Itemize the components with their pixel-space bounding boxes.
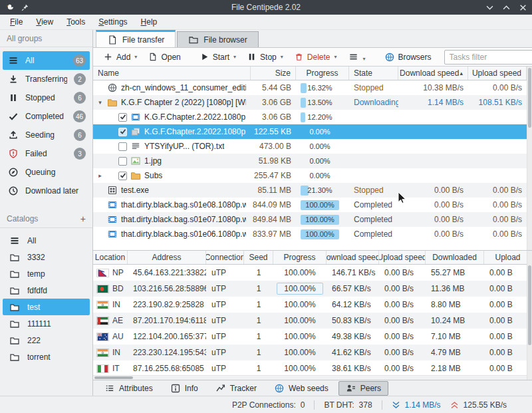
peers-horizontal-scrollbar[interactable] xyxy=(93,375,527,380)
file-name: K.G.F Chapter 2 (2022) [1080p] [WEBRip] … xyxy=(121,98,246,107)
peer-column-header-seed[interactable]: Seed xyxy=(244,251,273,264)
add-button[interactable]: Add▾ xyxy=(98,50,142,64)
peer-row[interactable]: NP45.64.163.221:33822uTP1100.00%146.71 K… xyxy=(93,265,532,281)
upload-speed-cell: 0.00 B/s xyxy=(468,183,527,198)
download-icon xyxy=(8,74,19,84)
menu-item-settings[interactable]: Settings xyxy=(92,15,133,29)
stop-button[interactable]: Stop▾ xyxy=(242,50,288,64)
transfer-row[interactable]: ▸Subs255.47 KB0.00% xyxy=(93,168,532,183)
peer-upload-speed-cell: 0.00 B/s xyxy=(379,360,426,376)
expander-icon[interactable]: ▸ xyxy=(96,172,104,179)
peer-column-header-address[interactable]: Address xyxy=(128,251,206,264)
peer-row[interactable]: IN223.190.82.9:25828uTP1100.00%64.12 KB/… xyxy=(93,297,532,313)
delete-button[interactable]: Delete▾ xyxy=(289,50,342,64)
peer-column-header-location[interactable]: Location xyxy=(93,251,128,264)
transfer-row[interactable]: that.dirty.black.bag.s01e08.1080p.web.h2… xyxy=(93,198,532,212)
sidebar-item-transferring[interactable]: Transferring2 xyxy=(3,70,90,88)
state-cell: Downloading xyxy=(349,95,398,110)
peer-uploaded-cell: 0.00 B xyxy=(484,329,532,344)
catalog-item-torrent[interactable]: torrent xyxy=(3,348,90,365)
peer-row[interactable]: AU122.104.200.165:37738uTP1100.00%49.38 … xyxy=(93,329,532,344)
transfer-row[interactable]: zh-cn_windows_11_consumer_editions_upd··… xyxy=(93,80,532,95)
bottom-tab-attributes[interactable]: Attributes xyxy=(97,381,160,396)
count-badge: 2 xyxy=(74,73,86,85)
expander-icon[interactable]: ▾ xyxy=(96,99,104,106)
transfer-row[interactable]: ▾K.G.F Chapter 2 (2022) [1080p] [WEBRip]… xyxy=(93,95,532,110)
bottom-tab-info[interactable]: Info xyxy=(163,381,205,396)
peer-column-header-progress[interactable]: Progress xyxy=(273,251,327,264)
column-header-name[interactable]: Name xyxy=(93,67,251,80)
catalog-item-fdfdfd[interactable]: fdfdfd xyxy=(3,282,90,299)
catalog-item-3332[interactable]: 3332 xyxy=(3,249,90,265)
pin-icon[interactable] xyxy=(21,3,29,12)
peer-column-header-upload[interactable]: Upload xyxy=(484,251,532,264)
sidebar-item-stopped[interactable]: Stopped6 xyxy=(3,88,90,107)
sidebar-item-download-later[interactable]: Download later xyxy=(3,182,90,200)
peer-column-header-connection[interactable]: Connection xyxy=(206,251,244,264)
peer-column-header-downloaded[interactable]: Downloaded xyxy=(426,251,484,264)
row-checkbox[interactable] xyxy=(118,142,127,151)
row-checkbox[interactable] xyxy=(118,172,127,180)
transfer-row[interactable]: K.G.F.Chapter.2.2022.1080p.WEBRip.x···3.… xyxy=(93,110,532,124)
count-badge: 63 xyxy=(73,55,86,67)
peer-column-header-upload-speed[interactable]: Upload speed xyxy=(379,251,426,264)
column-header-label: Download speed xyxy=(327,253,379,262)
progress-cell: 100.00% xyxy=(296,198,349,212)
close-button[interactable] xyxy=(519,4,527,11)
peers-vertical-scrollbar[interactable] xyxy=(527,251,532,380)
tab-file-browser[interactable]: File browser xyxy=(177,31,258,47)
row-checkbox[interactable] xyxy=(118,113,127,122)
peer-row[interactable]: AE87.201.170.194:61186uTP1100.00%50.83 K… xyxy=(93,313,532,329)
peer-seed-value: 1 xyxy=(257,364,261,373)
column-header-state[interactable]: State xyxy=(349,67,398,80)
minimize-button[interactable] xyxy=(486,4,493,11)
row-checkbox[interactable] xyxy=(118,128,127,136)
peer-row[interactable]: BD103.216.56.28:58896uTP1100.00%66.57 KB… xyxy=(93,281,532,297)
transfer-row[interactable]: YTSYifyUP... (TOR).txt473.00 B0.00% xyxy=(93,139,532,154)
tasks-filter-input[interactable] xyxy=(445,53,532,62)
column-header-download-speed[interactable]: Download speed▴ xyxy=(398,67,468,80)
add-catalog-button[interactable]: + xyxy=(80,213,86,224)
column-header-progress[interactable]: Progress xyxy=(296,67,349,80)
sidebar-item-failed[interactable]: Failed3 xyxy=(3,144,90,163)
menu-item-tools[interactable]: Tools xyxy=(61,15,91,29)
column-header-upload-speed[interactable]: Upload speed xyxy=(468,67,527,80)
more-menu-button[interactable]: ▾ xyxy=(343,50,370,64)
transfer-row[interactable]: that.dirty.black.bag.s01e07.1080p.web.h2… xyxy=(93,212,532,227)
sidebar-item-completed[interactable]: Completed46 xyxy=(3,107,90,126)
catalog-item-all[interactable]: All xyxy=(3,232,90,249)
peer-column-header-download-speed[interactable]: Download speed▴ xyxy=(327,251,379,264)
sidebar-item-queuing[interactable]: Queuing xyxy=(3,163,90,182)
column-header-size[interactable]: Size xyxy=(251,67,296,80)
bottom-tab-web-seeds[interactable]: Web seeds xyxy=(267,381,336,396)
progress-cell: 12.20% xyxy=(296,110,349,124)
transfer-vertical-scrollbar[interactable] xyxy=(527,67,532,250)
transfer-row[interactable]: K.G.F.Chapter.2.2022.1080p.WEBRip.x···12… xyxy=(93,124,532,139)
tab-file-transfer[interactable]: File transfer xyxy=(96,30,176,47)
catalog-item-222[interactable]: 222 xyxy=(3,332,90,348)
peer-address-value: 223.190.82.9:25828 xyxy=(133,300,204,309)
peer-seed-value: 1 xyxy=(257,284,261,293)
start-button[interactable]: Start▾ xyxy=(195,50,241,64)
catalog-item-111111[interactable]: 111111 xyxy=(3,315,90,332)
bottom-tab-tracker[interactable]: Tracker xyxy=(208,381,264,396)
sidebar-item-all[interactable]: All63 xyxy=(3,51,90,70)
catalog-item-temp[interactable]: temp xyxy=(3,265,90,282)
catalog-item-test[interactable]: test xyxy=(3,299,90,315)
bottom-tab-peers[interactable]: Peers xyxy=(338,381,388,396)
sidebar-item-seeding[interactable]: Seeding6 xyxy=(3,126,90,144)
maximize-button[interactable] xyxy=(503,4,510,11)
row-checkbox[interactable] xyxy=(118,157,127,166)
state-cell xyxy=(349,139,398,154)
menu-item-view[interactable]: View xyxy=(30,15,59,29)
menu-item-file[interactable]: File xyxy=(4,15,29,29)
peer-row[interactable]: IT87.16.255.68:65085uTP1100.00%38.61 KB/… xyxy=(93,360,532,376)
state-text: Completed xyxy=(354,200,392,209)
open-button[interactable]: Open xyxy=(143,50,185,64)
peer-row[interactable]: IN223.230.124.195:54348uTP1100.00%41.62 … xyxy=(93,344,532,360)
transfer-row[interactable]: 1.jpg51.98 KB0.00% xyxy=(93,154,532,168)
menu-item-help[interactable]: Help xyxy=(135,15,164,29)
transfer-row[interactable]: that.dirty.black.bag.s01e06.1080p.web.h2… xyxy=(93,227,532,241)
browsers-button[interactable]: Browsers xyxy=(380,50,436,65)
transfer-row[interactable]: test.exe85.11 MB21.30%Stopped0.00 B/s0.0… xyxy=(93,183,532,198)
